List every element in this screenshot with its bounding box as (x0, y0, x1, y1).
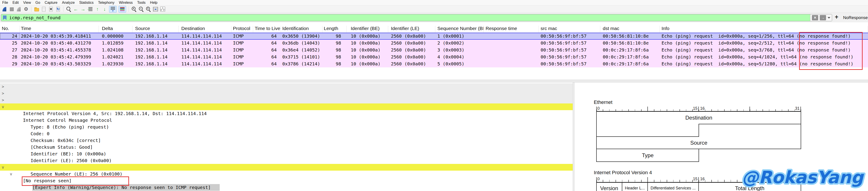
detail-ipv4[interactable]: > Internet Protocol Version 4, Src: 192.… (0, 97, 573, 104)
cell-src-mac: 00:50:56:9f:bf:57 (538, 61, 600, 67)
filter-shortcut-noresponse[interactable]: NoResponse (843, 15, 868, 20)
expander-icon[interactable]: > (2, 97, 4, 104)
detail-icmp-type[interactable]: Type: 8 (Echo (ping) request) (0, 110, 573, 117)
packet-row[interactable]: 27 2024-10-20 03:45:41.455378 1.024108 1… (0, 47, 868, 53)
diagram-field-header-length[interactable]: Header L... (622, 183, 647, 191)
packet-row[interactable]: 25 2024-10-20 03:45:40.431270 1.012859 1… (0, 40, 868, 47)
stop-capture-icon[interactable] (9, 6, 14, 12)
detail-icmp-seq-be[interactable]: Sequence Number (BE): 1 (0x0001) (0, 150, 573, 157)
horizontal-splitter[interactable] (0, 80, 868, 82)
detail-icmp-code[interactable]: Code: 0 (0, 117, 573, 124)
cell-identification: 0x3786 (14214) (281, 61, 322, 67)
toolbar-icon-glyph: ⚙ (23, 6, 29, 12)
detail-frame[interactable]: > Frame 24: 98 bytes on wire (784 bits),… (0, 83, 573, 90)
detail-icmp-checksum-status[interactable]: [Checksum Status: Good] (0, 130, 573, 137)
detail-icmp-seq-le[interactable]: Sequence Number (LE): 256 (0x0100) (0, 157, 573, 164)
go-to-packet-icon[interactable]: → (88, 6, 93, 12)
detail-icmp-checksum[interactable]: Checksum: 0x634c [correct] (0, 124, 573, 130)
column-header[interactable]: dst mac (600, 26, 660, 33)
diagram-field-version[interactable]: Version (596, 183, 622, 191)
menu-wireless[interactable]: Wireless (117, 0, 135, 5)
menu-analyze[interactable]: Analyze (60, 0, 77, 5)
packet-details-pane: > Frame 24: 98 bytes on wire (784 bits),… (0, 82, 573, 191)
resize-columns-icon[interactable] (153, 6, 158, 12)
menu-tools[interactable]: Tools (135, 0, 148, 5)
diagram-field-source[interactable]: Source (596, 137, 801, 149)
display-filter-input[interactable]: icmp.resp_not_found ✕ → (1, 14, 832, 21)
expander-icon[interactable]: > (2, 83, 4, 90)
cell-length: 98 (322, 53, 347, 61)
menu-view[interactable]: View (21, 0, 33, 5)
go-forward-icon[interactable]: → (80, 6, 86, 12)
detail-icmp[interactable]: v Internet Control Message Protocol (0, 104, 573, 110)
column-header[interactable]: No. (0, 26, 20, 33)
column-header[interactable]: src mac (538, 26, 600, 33)
zoom-in-icon[interactable]: + (131, 6, 137, 12)
start-capture-icon[interactable] (2, 6, 7, 12)
auto-scroll-icon[interactable]: ▼ (109, 6, 117, 12)
column-header[interactable]: Identifier (BE) (347, 26, 388, 33)
menu-edit[interactable]: Edit (10, 0, 21, 5)
go-to-top-icon[interactable]: ↑ (95, 6, 100, 12)
capture-options-icon[interactable]: ⚙ (23, 6, 29, 12)
menu-help[interactable]: Help (148, 0, 160, 5)
go-to-bottom-icon[interactable]: ↓ (102, 6, 107, 12)
menu-statistics[interactable]: Statistics (77, 0, 96, 5)
packet-row[interactable]: 29 2024-10-20 03:45:43.503329 1.023930 1… (0, 61, 868, 67)
column-header[interactable]: Info (660, 26, 868, 33)
packet-row[interactable]: 24 2024-10-20 03:45:39.418411 0.000000 1… (0, 33, 868, 40)
filter-apply-button[interactable]: → (820, 15, 826, 21)
detail-icmp-id-le[interactable]: Identifier (LE): 2560 (0x0a00) (0, 144, 573, 150)
column-header[interactable]: Sequence Number (BE) (435, 26, 484, 33)
colorize-icon[interactable] (119, 6, 126, 12)
detail-ethernet[interactable]: > Ethernet II, Src: 00:50:56:9f:bf:57, D… (0, 90, 573, 97)
open-file-icon[interactable] (34, 6, 39, 12)
find-packet-icon[interactable] (66, 6, 71, 12)
expander-icon[interactable]: v (2, 164, 4, 170)
column-header[interactable]: Response time (484, 26, 538, 33)
diagram-field-dsf[interactable]: Differentiated Services ... (648, 183, 699, 191)
column-header[interactable]: Destination (179, 26, 231, 33)
expander-icon[interactable]: v (2, 104, 4, 110)
go-back-icon[interactable]: ← (73, 6, 79, 12)
column-header[interactable]: Identifier (LE) (388, 26, 435, 33)
filter-dropdown-chevron-icon[interactable] (828, 17, 830, 18)
column-header[interactable]: Identification (281, 26, 322, 33)
filter-add-button[interactable]: + (835, 14, 838, 21)
reload-file-icon[interactable]: ↻ (55, 6, 61, 12)
column-header[interactable]: Protocol (231, 26, 253, 33)
watermark: @RokasYang (739, 164, 868, 190)
diagram-field-destination[interactable]: Destination (596, 112, 801, 124)
cell-protocol: ICMP (231, 47, 253, 53)
column-header[interactable]: Source (132, 26, 179, 33)
menu-file[interactable]: File (0, 0, 10, 5)
column-header[interactable]: Time (20, 26, 99, 33)
filter-clear-button[interactable]: ✕ (812, 15, 818, 21)
cell-identifier-be: 10 (0x000a) (347, 47, 388, 53)
packet-row[interactable]: 28 2024-10-20 03:45:42.479399 1.024021 1… (0, 53, 868, 61)
restart-capture-icon[interactable] (16, 6, 22, 12)
detail-no-response[interactable]: v [No response seen] (0, 164, 573, 170)
save-file-icon[interactable] (41, 6, 46, 12)
close-file-icon[interactable]: ✕ (48, 6, 54, 12)
menu-telephony[interactable]: Telephony (96, 0, 117, 5)
toolbar-icon-glyph: ✕ (48, 6, 54, 12)
column-header[interactable]: Delta (99, 26, 132, 33)
layout-icon[interactable] (160, 6, 165, 12)
expander-icon[interactable]: > (2, 90, 4, 97)
zoom-out-icon[interactable]: − (138, 6, 144, 12)
cell-no: 28 (0, 53, 20, 61)
column-header[interactable]: Length (322, 26, 347, 33)
cell-delta: 1.024108 (99, 47, 132, 53)
cell-time: 2024-10-20 03:45:40.431270 (20, 40, 99, 47)
cell-dst-mac: 00:50:56:81:10:8e (600, 40, 660, 47)
vertical-splitter[interactable] (573, 82, 575, 191)
expander-icon[interactable]: v (10, 170, 12, 177)
menu-capture[interactable]: Capture (42, 0, 60, 5)
zoom-reset-icon[interactable]: = (146, 6, 151, 12)
detail-icmp-id-be[interactable]: Identifier (BE): 10 (0x000a) (0, 137, 573, 144)
menu-go[interactable]: Go (33, 0, 42, 5)
column-header[interactable]: Time to Live (253, 26, 281, 33)
diagram-field-type[interactable]: Type (596, 149, 699, 161)
filter-bookmark-icon[interactable] (3, 15, 6, 20)
